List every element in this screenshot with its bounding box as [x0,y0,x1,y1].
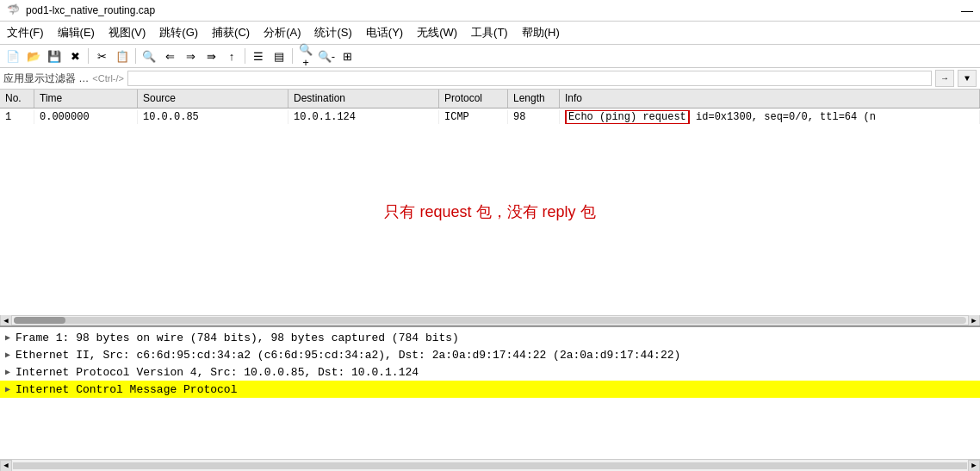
menu-analyze[interactable]: 分析(A) [257,23,307,42]
detail-text-ethernet: Ethernet II, Src: c6:6d:95:cd:34:a2 (c6:… [16,349,975,362]
table-header: No. Time Source Destination Protocol Len… [0,90,980,108]
col-header-destination: Destination [288,90,439,108]
cell-src-1: 10.0.0.85 [138,110,288,124]
filter-arrow-btn[interactable]: ▼ [958,70,977,87]
toolbar-forward[interactable]: ⇒ [181,46,200,65]
menu-bar: 文件(F) 编辑(E) 视图(V) 跳转(G) 捕获(C) 分析(A) 统计(S… [0,22,980,45]
detail-row-icmp[interactable]: ▶ Internet Control Message Protocol [0,381,980,398]
toolbar-zoom-out[interactable]: 🔍- [317,46,336,65]
info-rest: id=0x1300, seq=0/0, ttl=64 (n [690,111,876,123]
menu-goto[interactable]: 跳转(G) [152,23,205,42]
menu-wireless[interactable]: 无线(W) [410,23,464,42]
cell-len-1: 98 [508,110,560,124]
filter-apply-btn[interactable]: → [935,70,954,87]
table-row[interactable]: 1 0.000000 10.0.0.85 10.0.1.124 ICMP 98 … [0,108,980,126]
detail-row-ipv4[interactable]: ▶ Internet Protocol Version 4, Src: 10.0… [0,363,980,381]
toolbar-sep-1 [88,48,89,64]
toolbar-sep-2 [135,48,136,64]
cell-no-1: 1 [0,110,34,124]
cell-dst-1: 10.0.1.124 [288,110,439,124]
toolbar-find[interactable]: 🔍 [140,46,158,65]
app-icon: 🦈 [7,3,21,17]
menu-capture[interactable]: 捕获(C) [205,23,257,42]
filter-input[interactable] [127,71,932,86]
expand-icon-frame[interactable]: ▶ [5,332,16,343]
menu-help[interactable]: 帮助(H) [515,23,567,42]
detail-row-ethernet[interactable]: ▶ Ethernet II, Src: c6:6d:95:cd:34:a2 (c… [0,346,980,363]
col-header-time: Time [34,90,138,108]
scrollbar-thumb[interactable] [14,317,65,324]
menu-edit[interactable]: 编辑(E) [51,23,102,42]
toolbar-close[interactable]: ✖ [65,46,84,65]
toolbar-cut[interactable]: ✂ [92,46,111,65]
bottom-scroll-left[interactable]: ◀ [0,460,12,472]
minimize-button[interactable]: — [961,3,973,17]
filter-bar: 应用显示过滤器 … <Ctrl-/> → ▼ [0,68,980,90]
toolbar-zoom-in[interactable]: 🔍+ [296,46,315,65]
filter-label: 应用显示过滤器 … [3,71,89,86]
col-header-no: No. [0,90,34,108]
expand-icon-ethernet[interactable]: ▶ [5,350,16,360]
toolbar-new[interactable]: 📄 [3,46,22,65]
toolbar-columns[interactable]: ▤ [270,46,288,65]
toolbar: 📄 📂 💾 ✖ ✂ 📋 🔍 ⇐ ⇒ ⇛ ↑ ☰ ▤ 🔍+ 🔍- ⊞ [0,45,980,68]
menu-file[interactable]: 文件(F) [0,23,51,42]
cell-info-1: Echo (ping) request id=0x1300, seq=0/0, … [560,110,980,124]
menu-statistics[interactable]: 统计(S) [307,23,358,42]
table-rows: 1 0.000000 10.0.0.85 10.0.1.124 ICMP 98 … [0,108,980,315]
menu-view[interactable]: 视图(V) [102,23,152,42]
expand-icon-icmp[interactable]: ▶ [5,384,16,394]
title-bar-left: 🦈 pod1-lxc_native_routing.cap [7,3,155,17]
center-message: 只有 request 包，没有 reply 包 [384,201,595,222]
bottom-scroll-track[interactable] [13,462,967,469]
packet-list: No. Time Source Destination Protocol Len… [0,90,980,315]
horizontal-scrollbar[interactable]: ◀ ▶ [0,315,980,325]
toolbar-sep-4 [292,48,293,64]
detail-row-frame[interactable]: ▶ Frame 1: 98 bytes on wire (784 bits), … [0,329,980,346]
detail-text-frame: Frame 1: 98 bytes on wire (784 bits), 98… [16,332,975,344]
toolbar-up[interactable]: ↑ [222,46,241,65]
scroll-left-btn[interactable]: ◀ [0,314,12,326]
col-header-info: Info [560,90,980,108]
toolbar-save[interactable]: 💾 [45,46,64,65]
info-highlight-box: Echo (ping) request [565,110,690,124]
toolbar-open[interactable]: 📂 [24,46,43,65]
bottom-scrollbar[interactable]: ◀ ▶ [0,459,980,471]
cell-time-1: 0.000000 [34,110,138,124]
expand-icon-ipv4[interactable]: ▶ [5,367,16,377]
toolbar-sep-3 [245,48,245,64]
detail-text-icmp: Internet Control Message Protocol [16,383,975,396]
col-header-source: Source [138,90,288,108]
scroll-right-btn[interactable]: ▶ [968,314,980,326]
toolbar-back[interactable]: ⇐ [160,46,179,65]
toolbar-list[interactable]: ☰ [249,46,268,65]
cell-proto-1: ICMP [439,110,508,124]
menu-phone[interactable]: 电话(Y) [359,23,410,42]
window-title: pod1-lxc_native_routing.cap [26,4,155,16]
bottom-scroll-right[interactable]: ▶ [968,460,980,472]
detail-panel: ▶ Frame 1: 98 bytes on wire (784 bits), … [0,325,980,459]
filter-shortcut: <Ctrl-/> [92,73,124,84]
detail-text-ipv4: Internet Protocol Version 4, Src: 10.0.0… [16,366,975,379]
scrollbar-track[interactable] [14,317,966,324]
col-header-length: Length [508,90,560,108]
toolbar-copy[interactable]: 📋 [113,46,132,65]
toolbar-zoom-reset[interactable]: ⊞ [338,46,357,65]
menu-tools[interactable]: 工具(T) [464,23,515,42]
title-bar: 🦈 pod1-lxc_native_routing.cap — [0,0,980,22]
col-header-protocol: Protocol [439,90,508,108]
toolbar-jump[interactable]: ⇛ [202,46,220,65]
